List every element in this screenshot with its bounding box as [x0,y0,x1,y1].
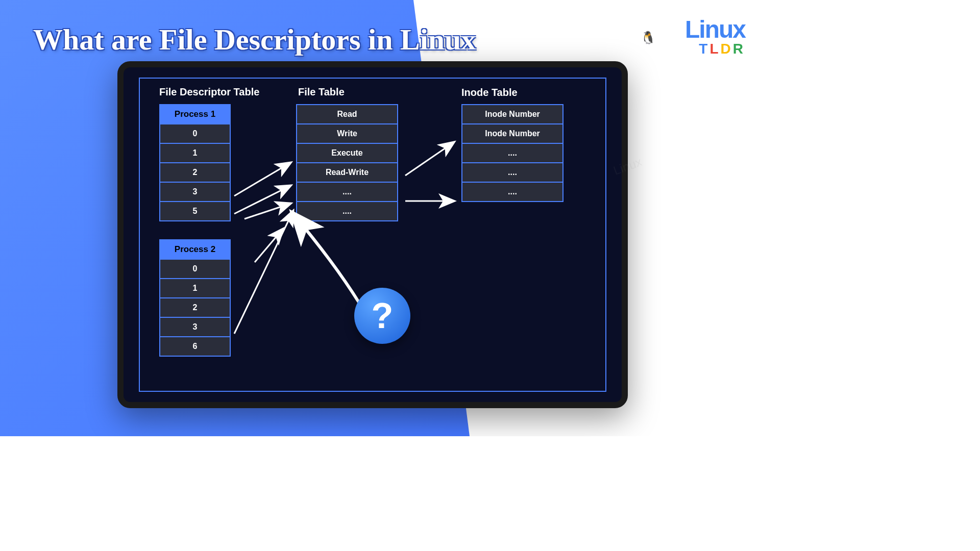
svg-line-1 [234,186,290,214]
ft-row: .... [297,202,397,220]
process2-table: Process 2 0 1 2 3 6 [159,239,231,357]
svg-line-2 [244,204,290,219]
penguin-icon: 🐧 [641,31,656,45]
ft-row: Read [297,105,397,124]
ft-row: Write [297,124,397,144]
ft-row: Execute [297,144,397,163]
it-row: Inode Number [462,124,562,144]
it-row: .... [462,163,562,183]
ft-row: .... [297,183,397,202]
page-title: What are File Descriptors in Linux [33,20,476,59]
fd-table-title: File Descriptor Table [159,86,259,98]
file-table: Read Write Execute Read-Write .... .... [296,104,398,221]
p2-row: 1 [160,279,230,298]
p1-row: 5 [160,202,230,220]
inode-table: Inode Number Inode Number .... .... .... [461,104,564,202]
p2-row: 3 [160,318,230,337]
ft-row: Read-Write [297,163,397,183]
question-icon: ? [372,295,394,336]
p2-row: 2 [160,298,230,318]
it-row: .... [462,144,562,163]
question-badge: ? [354,288,410,344]
p1-row: 0 [160,124,230,144]
svg-line-3 [234,211,293,334]
logo: 🐧 Linux TLDR [685,15,745,57]
svg-line-0 [234,163,290,196]
p1-row: 2 [160,163,230,183]
diagram-container: File Descriptor Table File Table Inode T… [117,61,628,408]
p2-row: 0 [160,260,230,279]
file-table-title: File Table [298,86,345,98]
process2-header: Process 2 [160,240,230,260]
inode-table-title: Inode Table [461,87,518,98]
process1-header: Process 1 [160,105,230,124]
svg-line-4 [255,229,283,262]
process1-table: Process 1 0 1 2 3 5 [159,104,231,221]
p1-row: 1 [160,144,230,163]
p1-row: 3 [160,183,230,202]
it-row: .... [462,183,562,201]
it-row: Inode Number [462,105,562,124]
logo-main: Linux [685,15,745,43]
p2-row: 6 [160,337,230,356]
inner-frame: File Descriptor Table File Table Inode T… [139,78,606,392]
svg-line-5 [405,142,454,176]
